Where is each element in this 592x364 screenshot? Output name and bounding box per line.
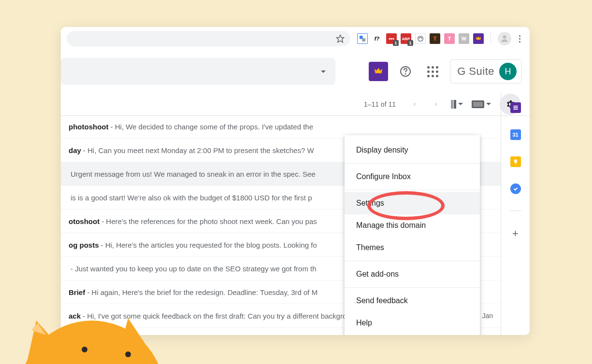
dark-ext-icon[interactable]: T — [430, 33, 440, 44]
menu-item-themes[interactable]: Themes — [345, 237, 480, 259]
svg-rect-2 — [362, 38, 365, 42]
menu-divider — [345, 190, 480, 190]
input-tools-button[interactable] — [472, 100, 491, 108]
separator — [491, 33, 491, 44]
email-snippet: - Here's the references for the photo sh… — [101, 217, 317, 225]
translate-ext-icon[interactable] — [357, 33, 368, 44]
extension-row: f? •••1 ABP1 T T W — [357, 32, 524, 45]
search-box[interactable] — [61, 58, 335, 85]
header-right: G Suite H — [369, 59, 522, 84]
menu-item-display-density[interactable]: Display density — [345, 139, 480, 161]
crown-ext-icon[interactable] — [473, 33, 484, 44]
calendar-day-number: 31 — [512, 132, 518, 138]
gray-ext-icon[interactable]: W — [459, 33, 469, 44]
menu-item-manage-this-domain[interactable]: Manage this domain — [345, 214, 480, 237]
caret-down-icon — [486, 103, 491, 105]
side-divider — [510, 210, 521, 211]
add-sidepanel-app-button[interactable]: + — [512, 227, 519, 240]
svg-point-11 — [82, 347, 87, 352]
keyboard-icon — [472, 100, 484, 108]
caret-down-icon — [458, 103, 463, 105]
font-ext-icon[interactable]: f? — [372, 33, 382, 44]
next-page-button[interactable] — [430, 100, 442, 108]
email-snippet: - Hi, Here's the articles you requested … — [101, 241, 317, 249]
apps-grid-icon — [427, 66, 438, 77]
browser-chrome: f? •••1 ABP1 T T W — [61, 27, 530, 50]
star-icon[interactable] — [336, 34, 345, 43]
menu-divider — [345, 163, 480, 164]
side-panel: 31 + — [501, 93, 530, 335]
svg-point-6 — [405, 74, 406, 74]
apps-launcher-button[interactable] — [423, 62, 442, 81]
settings-dropdown-menu: Display densityConfigure InboxSettingsMa… — [345, 135, 480, 335]
email-snippet: - Hi, We decided to change some of the p… — [110, 123, 313, 131]
menu-item-configure-inbox[interactable]: Configure Inbox — [345, 166, 480, 188]
pagination-count: 1–11 of 11 — [364, 100, 396, 108]
menu-item-help[interactable]: Help — [345, 312, 480, 334]
app-header: G Suite H — [61, 50, 530, 93]
svg-rect-9 — [513, 109, 518, 110]
chevron-right-icon — [433, 100, 438, 108]
email-snippet: is is a good start! We're also ok with t… — [71, 194, 312, 202]
calendar-app-icon[interactable]: 31 — [510, 129, 521, 140]
browser-menu-icon[interactable] — [515, 35, 524, 42]
search-options-caret-icon[interactable] — [321, 70, 326, 73]
menu-item-send-feedback[interactable]: Send feedback — [345, 290, 480, 312]
keep-app-icon[interactable] — [510, 156, 521, 167]
svg-point-12 — [125, 351, 131, 357]
email-snippet: - Hi, Can you meet next Monday at 2:00 P… — [83, 146, 314, 154]
split-pane-icon — [451, 100, 456, 109]
prev-page-button[interactable] — [408, 100, 421, 108]
svg-marker-0 — [337, 35, 344, 42]
browser-profile-avatar[interactable] — [498, 32, 511, 45]
ghost-ext-icon[interactable] — [415, 33, 426, 44]
menu-divider — [345, 287, 480, 288]
red-ext-1-icon[interactable]: •••1 — [386, 33, 397, 44]
email-snippet: Urgent message from us! We managed to sn… — [71, 170, 316, 178]
pink-ext-icon[interactable]: T — [444, 33, 455, 44]
email-subject-fragment: otoshoot — [69, 217, 100, 225]
gsuite-account-box[interactable]: G Suite H — [450, 59, 522, 84]
crown-app-button[interactable] — [369, 62, 388, 81]
help-icon — [400, 66, 411, 77]
account-avatar[interactable]: H — [499, 63, 517, 80]
menu-divider — [345, 261, 480, 261]
menu-item-settings[interactable]: Settings — [345, 192, 480, 214]
svg-rect-8 — [513, 107, 518, 108]
side-app-1[interactable] — [510, 102, 521, 113]
decorative-cat — [19, 282, 174, 364]
email-subject-fragment: photoshoot — [69, 123, 108, 131]
email-subject-fragment: day — [69, 146, 81, 154]
email-snippet: - Just wanted you to keep you up to date… — [71, 265, 317, 273]
email-subject-fragment: og posts — [69, 241, 99, 249]
inbox-toolbar: 1–11 of 11 — [61, 93, 530, 116]
support-button[interactable] — [396, 62, 415, 81]
tasks-app-icon[interactable] — [510, 183, 521, 194]
svg-point-4 — [503, 35, 506, 39]
search-row — [61, 58, 345, 85]
chevron-left-icon — [412, 100, 417, 108]
avatar-letter: H — [505, 67, 511, 77]
split-pane-button[interactable] — [451, 100, 463, 109]
svg-point-3 — [418, 36, 423, 42]
svg-rect-7 — [513, 106, 518, 107]
abp-ext-icon[interactable]: ABP1 — [401, 33, 411, 44]
omnibox[interactable] — [67, 31, 350, 46]
menu-item-get-add-ons[interactable]: Get add-ons — [345, 263, 480, 285]
gsuite-label: G Suite — [457, 65, 494, 78]
